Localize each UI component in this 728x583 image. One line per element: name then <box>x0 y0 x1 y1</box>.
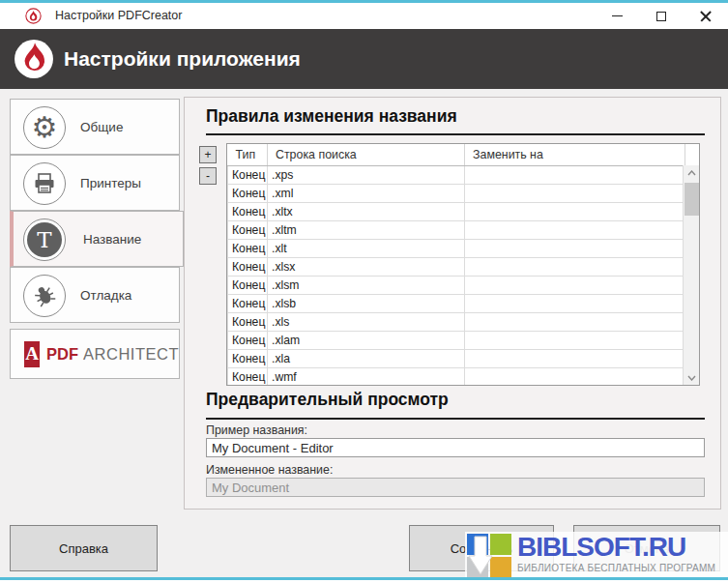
cell-replace[interactable] <box>465 294 685 312</box>
cell-replace[interactable] <box>465 257 685 276</box>
cell-type[interactable]: Конец <box>228 202 268 220</box>
watermark-tagline: БИБЛИОТЕКА БЕСПЛАТНЫХ ПРОГРАММ <box>517 563 715 573</box>
cell-search[interactable]: .xlsb <box>268 294 465 312</box>
pdfcreator-flame-icon <box>25 8 42 24</box>
column-header-replace[interactable]: Заменить на <box>465 144 685 165</box>
preview-section-title: Предварительный просмотр <box>206 390 449 410</box>
app-header: Настройки приложения <box>0 29 728 89</box>
cell-replace[interactable] <box>465 367 685 386</box>
title-letter-icon: T <box>23 219 66 261</box>
table-row[interactable]: Конец .xla <box>228 349 685 367</box>
cell-search[interactable]: .xla <box>268 349 465 367</box>
close-icon <box>700 11 712 22</box>
remove-rule-button[interactable]: - <box>199 167 217 185</box>
sidebar-item-label: Отладка <box>80 268 131 324</box>
sample-title-input[interactable] <box>206 438 705 457</box>
cell-replace[interactable] <box>465 331 685 349</box>
rules-title-underline <box>206 133 705 135</box>
pdf-architect-name-text: ARCHITECT <box>83 345 179 364</box>
cell-search[interactable]: .xls <box>268 312 465 331</box>
cell-type[interactable]: Конец <box>228 276 268 294</box>
table-row[interactable]: Конец .xlsb <box>228 294 685 312</box>
watermark-text: BIBLSOFT.RU БИБЛИОТЕКА БЕСПЛАТНЫХ ПРОГРА… <box>517 532 722 573</box>
watermark-brand: BIBLSOFT.RU <box>517 532 722 563</box>
cell-search[interactable]: .xml <box>268 184 465 202</box>
table-row[interactable]: Конец .wmf <box>228 367 685 386</box>
cell-type[interactable]: Конец <box>228 165 268 184</box>
table-row[interactable]: Конец .xls <box>228 312 685 331</box>
rules-section-title: Правила изменения названия <box>206 106 457 127</box>
maximize-button[interactable] <box>639 3 684 29</box>
cell-search[interactable]: .xps <box>268 165 465 184</box>
cell-type[interactable]: Конец <box>228 220 268 239</box>
scroll-up-icon[interactable] <box>684 165 700 181</box>
pdfcreator-logo-icon <box>14 39 54 79</box>
table-row[interactable]: Конец .xlam <box>228 331 685 349</box>
minimize-icon <box>612 15 623 17</box>
scroll-down-icon[interactable] <box>684 370 700 386</box>
cell-replace[interactable] <box>465 202 685 220</box>
changed-title-label: Измененное название: <box>206 463 333 477</box>
column-header-type[interactable]: Тип <box>228 144 268 165</box>
sidebar-item-general[interactable]: ⚙ Общие <box>10 99 180 155</box>
page-title: Настройки приложения <box>64 29 301 89</box>
cell-replace[interactable] <box>465 165 685 184</box>
cell-search[interactable]: .xlam <box>268 331 465 349</box>
table-scrollbar[interactable] <box>683 165 699 386</box>
cell-replace[interactable] <box>465 276 685 294</box>
cell-replace[interactable] <box>465 312 685 331</box>
cell-search[interactable]: .xlsm <box>268 276 465 294</box>
sidebar-item-label: Название <box>83 212 141 268</box>
cell-type[interactable]: Конец <box>228 367 268 386</box>
cell-type[interactable]: Конец <box>228 257 268 276</box>
cell-search[interactable]: .xltx <box>268 202 465 220</box>
settings-window: Настройки PDFCreator Настройки приложени… <box>0 0 728 583</box>
biblsoft-logo-icon <box>465 532 513 580</box>
scrollbar-thumb[interactable] <box>684 183 699 216</box>
preview-title-underline <box>206 418 705 420</box>
changed-title-output <box>206 478 705 497</box>
biblsoft-watermark: BIBLSOFT.RU БИБЛИОТЕКА БЕСПЛАТНЫХ ПРОГРА… <box>465 532 728 583</box>
add-rule-button[interactable]: + <box>199 146 217 163</box>
table-row[interactable]: Конец .xlt <box>228 239 685 257</box>
cell-replace[interactable] <box>465 239 685 257</box>
minimize-button[interactable] <box>595 3 639 29</box>
printer-icon <box>23 162 66 205</box>
table-row[interactable]: Конец .xlsx <box>228 257 685 276</box>
sidebar-item-label: Принтеры <box>80 156 141 212</box>
cell-type[interactable]: Конец <box>228 184 268 202</box>
rules-table: Тип Строка поиска Заменить на Конец .xps <box>226 143 700 386</box>
cell-replace[interactable] <box>465 184 685 202</box>
sidebar-item-debug[interactable]: Отладка <box>10 267 180 323</box>
pdf-architect-logo-icon: A <box>24 341 40 367</box>
cell-replace[interactable] <box>465 349 685 367</box>
sidebar-item-printers[interactable]: Принтеры <box>10 155 180 211</box>
cell-replace[interactable] <box>465 220 685 239</box>
table-header-row: Тип Строка поиска Заменить на <box>228 144 685 165</box>
cell-type[interactable]: Конец <box>228 294 268 312</box>
column-header-search[interactable]: Строка поиска <box>268 144 465 165</box>
cell-search[interactable]: .xlt <box>268 239 465 257</box>
cell-type[interactable]: Конец <box>228 312 268 331</box>
cell-search[interactable]: .xlsx <box>268 257 465 276</box>
cell-search[interactable]: .xltm <box>268 220 465 239</box>
table-row[interactable]: Конец .xps <box>228 165 685 184</box>
cell-search[interactable]: .wmf <box>268 367 465 386</box>
window-controls <box>595 3 728 29</box>
table-row[interactable]: Конец .xltm <box>228 220 685 239</box>
cell-type[interactable]: Конец <box>228 331 268 349</box>
sidebar-item-title[interactable]: T Название <box>10 211 184 267</box>
table-row[interactable]: Конец .xlsm <box>228 276 685 294</box>
close-button[interactable] <box>684 3 728 29</box>
table-row[interactable]: Конец .xml <box>228 184 685 202</box>
window-title: Настройки PDFCreator <box>55 3 182 29</box>
bug-icon <box>23 275 66 317</box>
table-row[interactable]: Конец .xltx <box>228 202 685 220</box>
sample-title-label: Пример названия: <box>206 423 307 437</box>
help-button[interactable]: Справка <box>10 525 158 571</box>
cell-type[interactable]: Конец <box>228 349 268 367</box>
content-panel: Правила изменения названия + - Тип Строк… <box>184 97 721 510</box>
pdf-architect-banner[interactable]: A PDF ARCHITECT <box>10 329 180 379</box>
sidebar-item-label: Общие <box>80 100 123 156</box>
cell-type[interactable]: Конец <box>228 239 268 257</box>
